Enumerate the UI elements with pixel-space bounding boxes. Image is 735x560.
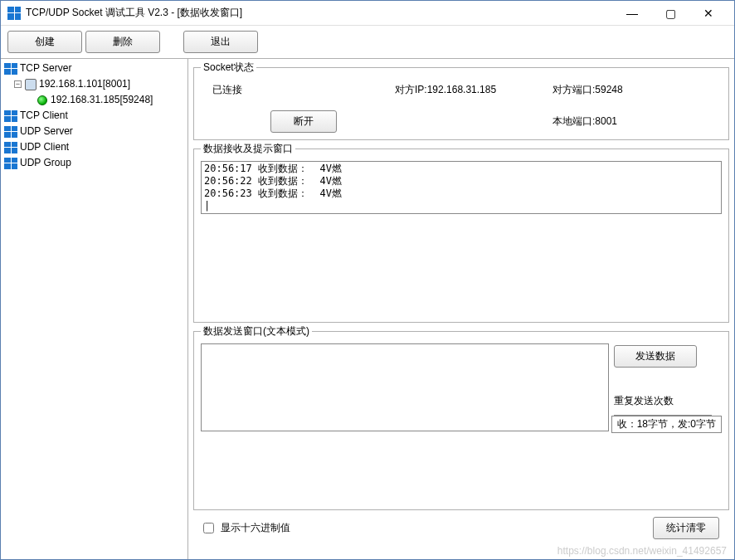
titlebar: TCP/UDP Socket 调试工具 V2.3 - [数据收发窗口] ― ▢ … <box>1 1 734 26</box>
disconnect-button[interactable]: 断开 <box>270 110 337 133</box>
grid-icon <box>4 142 17 153</box>
repeat-label: 重复发送次数 <box>614 394 674 408</box>
transfer-stats: 收：18字节，发:0字节 <box>611 416 722 433</box>
local-port-value: 8001 <box>595 115 617 127</box>
toolbar: 创建 删除 退出 <box>1 26 734 59</box>
send-group: 数据发送窗口(文本模式) 发送数据 重复发送次数 1 收：18字节，发:0字节 <box>193 324 729 510</box>
connection-active-icon <box>37 95 47 105</box>
tree-udp-server[interactable]: UDP Server <box>1 124 187 139</box>
send-button[interactable]: 发送数据 <box>614 345 697 368</box>
tree-label: 192.168.31.185[59248] <box>51 93 153 107</box>
grid-icon <box>4 63 17 75</box>
peer-port-value: 59248 <box>595 84 622 95</box>
grid-icon <box>4 158 17 169</box>
server-icon <box>25 79 37 90</box>
tree-udp-client[interactable]: UDP Client <box>1 139 187 155</box>
close-button[interactable]: ✕ <box>689 1 728 26</box>
send-textarea[interactable] <box>201 343 609 431</box>
socket-status-group: Socket状态 已连接 对方IP:192.168.31.185 对方端口:59… <box>193 61 729 140</box>
send-legend: 数据发送窗口(文本模式) <box>201 324 312 338</box>
grid-icon <box>4 110 17 122</box>
receive-log[interactable]: 20:56:17 收到数据： 4V燃 20:56:22 收到数据： 4V燃 20… <box>201 161 722 214</box>
grid-icon <box>4 126 17 138</box>
tree-tcp-client[interactable]: TCP Client <box>1 108 187 124</box>
connection-state: 已连接 <box>212 83 395 97</box>
peer-port-label: 对方端口: <box>552 84 595 95</box>
local-port-label: 本地端口: <box>552 115 595 127</box>
clear-stats-button[interactable]: 统计清零 <box>653 517 719 539</box>
hex-label: 显示十六进制值 <box>221 521 290 535</box>
peer-ip-value: 192.168.31.185 <box>427 84 496 95</box>
hex-checkbox-wrap[interactable]: 显示十六进制值 <box>203 521 290 535</box>
tree-connection-node[interactable]: 192.168.31.185[59248] <box>1 92 187 108</box>
tree-label: TCP Server <box>20 61 71 75</box>
hex-checkbox[interactable] <box>203 523 214 533</box>
exit-button[interactable]: 退出 <box>183 31 258 53</box>
tree-label: 192.168.1.101[8001] <box>39 77 130 91</box>
tree-udp-group[interactable]: UDP Group <box>1 155 187 171</box>
tree-server-node[interactable]: − 192.168.1.101[8001] <box>1 76 187 92</box>
status-legend: Socket状态 <box>201 61 256 75</box>
receive-group: 数据接收及提示窗口 20:56:17 收到数据： 4V燃 20:56:22 收到… <box>193 142 729 323</box>
tree-label: UDP Client <box>20 140 69 154</box>
tree-label: UDP Server <box>20 124 73 139</box>
receive-legend: 数据接收及提示窗口 <box>201 142 295 156</box>
connection-tree[interactable]: TCP Server − 192.168.1.101[8001] 192.168… <box>1 59 188 559</box>
tree-label: TCP Client <box>20 109 68 123</box>
tree-label: UDP Group <box>20 156 71 170</box>
app-icon <box>7 7 21 20</box>
minimize-button[interactable]: ― <box>613 1 651 26</box>
create-button[interactable]: 创建 <box>7 31 82 53</box>
peer-ip-label: 对方IP: <box>395 84 427 95</box>
bottom-bar: 显示十六进制值 统计清零 <box>193 512 729 543</box>
window-title: TCP/UDP Socket 调试工具 V2.3 - [数据收发窗口] <box>26 6 242 20</box>
expander-icon[interactable]: − <box>14 80 22 88</box>
delete-button[interactable]: 删除 <box>85 31 160 53</box>
maximize-button[interactable]: ▢ <box>651 1 689 26</box>
tree-tcp-server[interactable]: TCP Server <box>1 61 187 76</box>
